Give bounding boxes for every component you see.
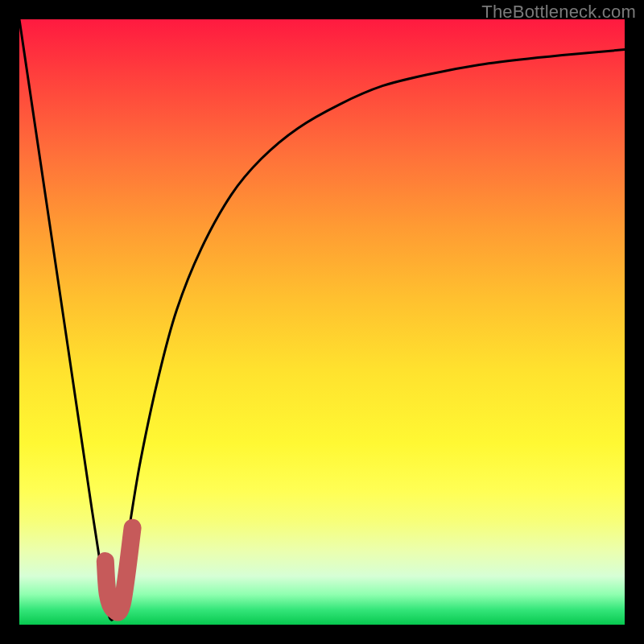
chart-svg	[19, 19, 625, 625]
bottleneck-curve	[19, 19, 625, 620]
marker-j	[105, 528, 133, 613]
chart-frame: TheBottleneck.com	[0, 0, 644, 644]
plot-area	[19, 19, 625, 625]
